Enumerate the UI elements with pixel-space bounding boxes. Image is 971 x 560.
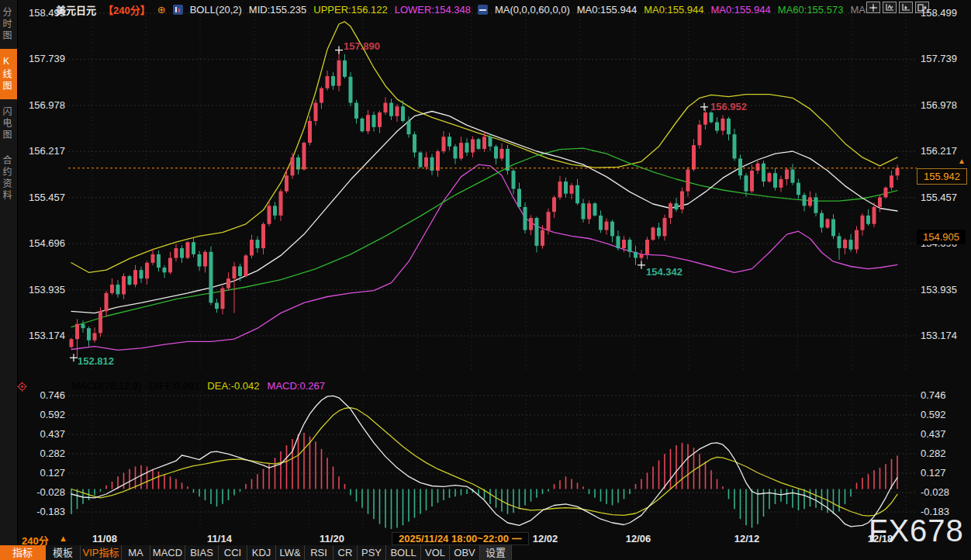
toolbar-item-指标[interactable]: 指标 — [0, 545, 46, 560]
macd-axis-right-label: 0.592 — [921, 409, 946, 420]
price-axis-left-label: 155.457 — [19, 192, 65, 203]
annotation-peak-high: 157.890 — [344, 40, 380, 52]
price-axis-left-label: 153.174 — [19, 330, 65, 341]
macd-axis-right-label: -0.028 — [921, 486, 949, 498]
chart-legend: 美元日元 【240分】 ⊕ BOLL(20,2) MID:155.235 UPP… — [56, 2, 874, 17]
price-axis-right-label: 156.217 — [921, 145, 957, 157]
toolbar-item-模板[interactable]: 模板 — [46, 545, 81, 560]
macd-axis-left-label: 0.437 — [19, 428, 65, 440]
macd-title: MACD(26,12,9) — [71, 380, 141, 392]
price-marker-arrow-icon: ▲ — [958, 157, 966, 165]
toolbar-item-CCI[interactable]: CCI — [219, 545, 247, 560]
macd-axis-right-label: 0.437 — [921, 428, 946, 440]
add-indicator-icon[interactable]: ⊕ — [157, 4, 166, 16]
price-axis-left-label: 153.935 — [19, 284, 65, 296]
indicator-toolbar: 指标模板VIP指标MAMACDBIASCCIKDJLW&RSICRPSYBOLL… — [0, 545, 512, 560]
boll-mid-value: MID:155.235 — [249, 4, 306, 16]
macd-value: MACD:0.267 — [268, 380, 325, 392]
x-tick-11-14: 11/14 — [207, 533, 232, 544]
fx678-watermark: FX678 — [869, 513, 964, 548]
boll-upper-value: UPPER:156.122 — [313, 4, 387, 16]
app-window: 分时图K线图闪电图合约资料 美元日元 【240分】 ⊕ BOLL(20,2) M… — [0, 0, 971, 560]
x-tick-12-02: 12/02 — [533, 533, 558, 544]
toolbar-item-BOLL[interactable]: BOLL — [386, 545, 421, 560]
ma-chart-icon[interactable] — [478, 5, 488, 15]
sidebar-tab-3[interactable]: 合约资料 — [0, 148, 17, 209]
toolbar-item-LW&[interactable]: LW& — [276, 545, 305, 560]
toolbar-item-BIAS[interactable]: BIAS — [185, 545, 219, 560]
macd-axis-left-label: -0.183 — [19, 506, 65, 517]
price-axis-left-label: 156.217 — [19, 145, 65, 157]
sidebar-tab-2[interactable]: 闪电图 — [0, 99, 17, 148]
annotation-swing-high: 156.952 — [710, 101, 747, 112]
ma-group-label: MA(0,0,0,60,0,0) — [495, 4, 570, 16]
macd-axis-left-label: 0.592 — [19, 409, 65, 420]
price-axis-right-label: 153.174 — [921, 330, 957, 341]
x-tick-12-12: 12/12 — [734, 533, 760, 544]
price-axis-left-label: 156.978 — [19, 99, 65, 111]
x-tick-11-20: 11/20 — [320, 533, 344, 544]
price-axis-right-label: 155.457 — [921, 192, 957, 203]
ma60-green-value: MA60:155.573 — [778, 4, 844, 16]
macd-axis-left-label: 0.282 — [19, 448, 65, 459]
period-dropdown-icon[interactable]: ▲ — [59, 534, 67, 543]
x-tick-12-06: 12/06 — [626, 533, 651, 544]
left-sidebar: 分时图K线图闪电图合约资料 — [0, 0, 18, 560]
chart-controls — [866, 2, 929, 13]
toolbar-item-MACD[interactable]: MACD — [150, 545, 185, 560]
annotation-swing-low: 154.342 — [646, 266, 682, 278]
toolbar-item-PSY[interactable]: PSY — [358, 545, 386, 560]
ma0-yellow-value: MA0:155.944 — [644, 4, 703, 16]
zoom-x-axis-icon[interactable] — [899, 2, 913, 13]
ma0-white-value: MA0:155.944 — [577, 4, 637, 16]
hover-datetime-tooltip: 2025/11/24 18:00~22:00 一 — [392, 532, 529, 545]
macd-legend: MACD(26,12,9) DIFF:0.091 DEA:-0.042 MACD… — [71, 380, 325, 392]
price-axis-left-label: 154.696 — [19, 237, 65, 249]
ma0-magenta-value: MA0:155.944 — [710, 4, 770, 16]
boll-lower-value: LOWER:154.348 — [395, 4, 471, 16]
price-axis-left-label: 157.739 — [19, 53, 65, 64]
macd-axis-right-label: 0.127 — [921, 467, 946, 479]
toolbar-item-RSI[interactable]: RSI — [305, 545, 333, 560]
boll-label: BOLL(20,2) — [190, 4, 242, 16]
macd-axis-left-label: -0.028 — [19, 486, 65, 498]
price-axis-right-label: 153.935 — [921, 284, 957, 296]
price-axis-right-label: 156.978 — [921, 99, 957, 111]
toolbar-item-VOL[interactable]: VOL — [421, 545, 450, 560]
boll-chart-icon[interactable] — [173, 5, 183, 15]
macd-diff-value: DIFF:0.091 — [149, 380, 199, 392]
sidebar-tab-0[interactable]: 分时图 — [0, 0, 17, 49]
time-axis: 240分 ▲ 2025/11/24 18:00~22:00 一 11/0811/… — [0, 532, 971, 545]
hover-price-tag: 154.905 — [917, 230, 966, 244]
toolbar-item-MA[interactable]: MA — [122, 545, 150, 560]
price-axis-right-label: 158.499 — [921, 7, 957, 19]
macd-axis-left-label: 0.746 — [19, 389, 65, 401]
macd-axis-left-label: 0.127 — [19, 467, 65, 479]
period-label[interactable]: 【240分】 — [103, 2, 150, 17]
x-tick-11-08: 11/08 — [92, 533, 117, 544]
current-price-tag: 155.942 — [917, 168, 967, 185]
pan-crosshair-icon[interactable] — [866, 2, 880, 13]
macd-axis-right-label: 0.282 — [921, 448, 946, 459]
sidebar-tab-1[interactable]: K线图 — [0, 49, 17, 99]
toolbar-item-OBV[interactable]: OBV — [450, 545, 480, 560]
toolbar-item-设置[interactable]: 设置 — [480, 545, 512, 560]
toolbar-item-CR[interactable]: CR — [333, 545, 358, 560]
macd-axis-right-label: 0.746 — [921, 389, 946, 401]
price-axis-right-label: 157.739 — [921, 53, 957, 64]
macd-dea-value: DEA:-0.042 — [207, 380, 259, 392]
toolbar-item-VIP指标[interactable]: VIP指标 — [81, 545, 122, 560]
price-axis-left-label: 158.499 — [19, 7, 65, 19]
toolbar-item-KDJ[interactable]: KDJ — [247, 545, 276, 560]
zoom-y-axis-icon[interactable] — [883, 2, 897, 13]
candlestick-macd-chart — [0, 0, 971, 560]
annotation-start-low: 152.812 — [78, 355, 114, 367]
